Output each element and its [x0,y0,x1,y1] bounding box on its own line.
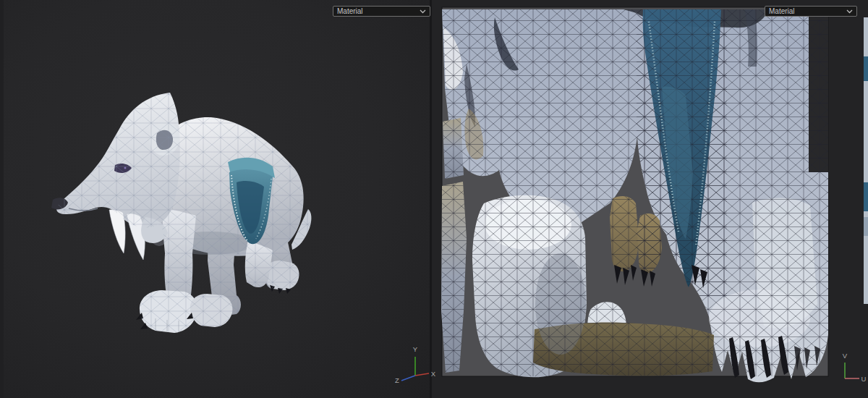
z-axis-label: Z [395,376,399,384]
chevron-down-icon [420,9,426,14]
panel-divider [430,0,432,398]
v-axis-label: V [843,352,848,360]
u-axis-label: U [861,375,867,383]
axis-gizmo-uv: V U [833,350,868,392]
lion-model [46,85,324,339]
uv-texture-render [431,0,868,398]
3d-viewport[interactable]: Material Y X Z [0,0,431,398]
uv-editor[interactable]: Material V U [431,0,868,398]
material-selector-right[interactable]: Material [765,6,857,17]
x-axis-label: X [431,370,436,378]
material-selector-right-value: Material [769,7,795,16]
material-selector-left[interactable]: Material [333,6,430,17]
chevron-down-icon [846,9,853,14]
texture-repeat-sliver [864,17,868,304]
x-axis-line [415,373,429,376]
z-axis-line [401,376,415,381]
lion-model-render [4,0,435,398]
wireframe-overlay [46,85,324,339]
material-selector-left-value: Material [337,7,363,16]
axis-gizmo-3d: Y X Z [393,340,436,388]
app-window: Material Y X Z [0,0,868,398]
y-axis-label: Y [413,345,418,353]
